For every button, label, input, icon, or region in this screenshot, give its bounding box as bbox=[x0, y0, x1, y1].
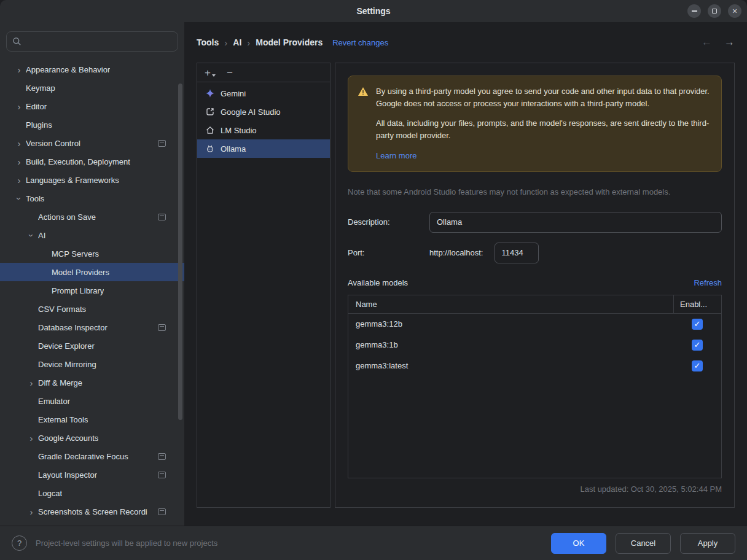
sidebar-item-label: Layout Inspector bbox=[38, 470, 97, 480]
settings-search-box[interactable] bbox=[6, 31, 178, 52]
sidebar-item-screenshots[interactable]: ›Screenshots & Screen Recordi bbox=[0, 502, 184, 521]
sidebar-item-prompt-library[interactable]: Prompt Library bbox=[0, 281, 184, 300]
provider-item-lm-studio[interactable]: LM Studio bbox=[197, 121, 330, 139]
table-row[interactable]: gemma3:12b ✓ bbox=[348, 314, 721, 335]
minus-icon: − bbox=[227, 68, 233, 78]
chevron-right-icon: › bbox=[25, 507, 38, 516]
sidebar-item-layout-inspector[interactable]: Layout Inspector bbox=[0, 465, 184, 484]
sidebar-item-tools[interactable]: ›Tools bbox=[0, 189, 184, 208]
warning-icon bbox=[358, 87, 369, 96]
add-provider-button[interactable]: + bbox=[205, 68, 216, 78]
gemini-icon bbox=[205, 88, 215, 98]
sidebar-item-label: Appearance & Behavior bbox=[26, 65, 110, 74]
provider-details-panel: By using a third-party model you agree t… bbox=[335, 63, 735, 508]
window-controls: × bbox=[687, 4, 741, 18]
sidebar-item-label: Google Accounts bbox=[38, 434, 98, 443]
titlebar: Settings × bbox=[0, 0, 747, 22]
sidebar-item-label: Editor bbox=[26, 102, 47, 111]
screen-badge-icon bbox=[158, 214, 166, 220]
remove-provider-button[interactable]: − bbox=[227, 68, 233, 78]
sidebar-item-model-providers[interactable]: Model Providers bbox=[0, 263, 184, 281]
chevron-right-icon: › bbox=[25, 434, 38, 443]
settings-content: Tools › AI › Model Providers Revert chan… bbox=[184, 22, 747, 526]
sidebar-item-database-inspector[interactable]: Database Inspector bbox=[0, 318, 184, 336]
breadcrumb-ai[interactable]: AI bbox=[233, 37, 241, 47]
sidebar-item-external-tools[interactable]: External Tools bbox=[0, 410, 184, 429]
warning-text: By using a third-party model you agree t… bbox=[376, 85, 710, 162]
footer-note: Project-level settings will be applied t… bbox=[36, 539, 217, 548]
breadcrumb-tools[interactable]: Tools bbox=[197, 37, 219, 47]
sidebar-item-emulator[interactable]: Emulator bbox=[0, 392, 184, 410]
minimize-button[interactable] bbox=[687, 4, 701, 18]
name-column-header[interactable]: Name bbox=[348, 295, 673, 313]
description-input[interactable] bbox=[429, 212, 722, 233]
sidebar-item-label: Device Mirroring bbox=[38, 360, 96, 369]
table-row[interactable]: gemma3:1b ✓ bbox=[348, 335, 721, 356]
sidebar-item-plugins[interactable]: Plugins bbox=[0, 115, 184, 134]
sidebar-item-label: Database Inspector bbox=[38, 323, 108, 332]
sidebar-item-gradle-declarative-focus[interactable]: Gradle Declarative Focus bbox=[0, 447, 184, 465]
close-icon: × bbox=[732, 7, 737, 15]
cancel-button[interactable]: Cancel bbox=[616, 533, 671, 554]
sidebar-item-version-control[interactable]: ›Version Control bbox=[0, 134, 184, 152]
ok-button[interactable]: OK bbox=[551, 533, 606, 554]
available-models-row: Available models Refresh bbox=[348, 278, 722, 287]
sidebar-item-mcp-servers[interactable]: MCP Servers bbox=[0, 244, 184, 263]
back-arrow-icon[interactable]: ← bbox=[702, 36, 712, 49]
provider-label: Ollama bbox=[221, 144, 246, 154]
models-table-header: Name Enabl... bbox=[348, 295, 721, 314]
enabled-column-header[interactable]: Enabl... bbox=[673, 295, 721, 313]
model-enabled-checkbox[interactable]: ✓ bbox=[692, 319, 703, 330]
learn-more-link[interactable]: Learn more bbox=[376, 150, 417, 162]
provider-label: Gemini bbox=[221, 89, 246, 98]
sidebar-item-languages-frameworks[interactable]: ›Languages & Frameworks bbox=[0, 171, 184, 189]
chevron-down-icon: › bbox=[15, 192, 24, 205]
port-url-prefix: http://localhost: bbox=[429, 248, 483, 257]
provider-item-gemini[interactable]: Gemini bbox=[197, 84, 330, 103]
help-button[interactable]: ? bbox=[12, 535, 27, 551]
sidebar-item-editor[interactable]: ›Editor bbox=[0, 97, 184, 115]
maximize-button[interactable] bbox=[708, 4, 721, 18]
sidebar-item-device-explorer[interactable]: Device Explorer bbox=[0, 336, 184, 355]
close-button[interactable]: × bbox=[728, 4, 741, 18]
sidebar-item-logcat[interactable]: Logcat bbox=[0, 484, 184, 502]
question-icon: ? bbox=[17, 539, 22, 548]
provider-toolbar: + − bbox=[197, 63, 330, 82]
model-enabled-checkbox[interactable]: ✓ bbox=[692, 340, 703, 351]
apply-button[interactable]: Apply bbox=[680, 533, 735, 554]
refresh-link[interactable]: Refresh bbox=[694, 278, 722, 287]
check-icon: ✓ bbox=[694, 341, 701, 349]
port-input[interactable] bbox=[495, 243, 539, 263]
sidebar-item-diff-merge[interactable]: ›Diff & Merge bbox=[0, 373, 184, 392]
sidebar-item-label: Tools bbox=[26, 194, 44, 203]
forward-arrow-icon[interactable]: → bbox=[724, 36, 735, 49]
external-models-note: Note that some Android Studio features m… bbox=[348, 187, 722, 196]
sidebar-item-label: CSV Formats bbox=[38, 305, 86, 314]
provider-item-ollama[interactable]: Ollama bbox=[197, 139, 330, 158]
sidebar-scrollbar[interactable] bbox=[178, 84, 182, 420]
sidebar-item-label: Languages & Frameworks bbox=[26, 176, 119, 185]
sidebar-item-ai[interactable]: ›AI bbox=[0, 226, 184, 244]
provider-item-google-ai-studio[interactable]: Google AI Studio bbox=[197, 103, 330, 121]
search-input[interactable] bbox=[26, 37, 172, 46]
sidebar-item-csv-formats[interactable]: CSV Formats bbox=[0, 300, 184, 318]
sidebar-item-actions-on-save[interactable]: Actions on Save bbox=[0, 208, 184, 226]
chevron-down-icon: › bbox=[27, 228, 36, 242]
sidebar-item-label: Gradle Declarative Focus bbox=[38, 452, 128, 461]
table-row[interactable]: gemma3:latest ✓ bbox=[348, 356, 721, 376]
model-enabled-checkbox[interactable]: ✓ bbox=[692, 360, 703, 371]
sidebar-item-device-mirroring[interactable]: Device Mirroring bbox=[0, 355, 184, 373]
sidebar-item-build-execution-deployment[interactable]: ›Build, Execution, Deployment bbox=[0, 152, 184, 171]
chevron-right-icon: › bbox=[25, 378, 38, 387]
sidebar-item-label: Emulator bbox=[38, 397, 70, 406]
sidebar-item-appearance-behavior[interactable]: ›Appearance & Behavior bbox=[0, 60, 184, 79]
screen-badge-icon bbox=[158, 324, 166, 331]
sidebar-item-keymap[interactable]: Keymap bbox=[0, 79, 184, 97]
third-party-warning-banner: By using a third-party model you agree t… bbox=[348, 76, 722, 172]
revert-changes-link[interactable]: Revert changes bbox=[332, 38, 388, 47]
description-row: Description: bbox=[348, 212, 722, 233]
breadcrumb-separator-icon: › bbox=[247, 37, 250, 48]
provider-label: LM Studio bbox=[221, 126, 257, 135]
breadcrumb-model-providers[interactable]: Model Providers bbox=[256, 37, 323, 47]
sidebar-item-google-accounts[interactable]: ›Google Accounts bbox=[0, 429, 184, 447]
